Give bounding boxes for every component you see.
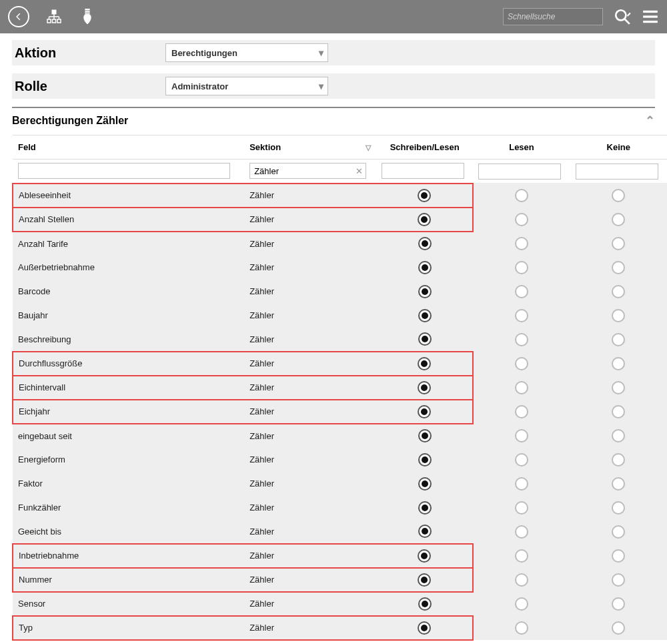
- table-row[interactable]: NummerZähler: [13, 568, 667, 592]
- table-row[interactable]: BaujahrZähler: [13, 304, 667, 328]
- radio-keine[interactable]: [612, 429, 625, 442]
- clear-filter-icon[interactable]: ✕: [356, 166, 363, 176]
- table-row[interactable]: BeschreibungZähler: [13, 328, 667, 352]
- collapse-icon[interactable]: ⌃: [645, 113, 655, 128]
- table-row[interactable]: TypZähler: [13, 616, 667, 640]
- radio-schreiben-lesen[interactable]: [418, 381, 431, 394]
- filter-sektion-input[interactable]: [249, 163, 366, 179]
- table-row[interactable]: InbetriebnahmeZähler: [13, 544, 667, 568]
- menu-icon[interactable]: [642, 8, 659, 25]
- radio-keine[interactable]: [612, 477, 625, 491]
- radio-lesen[interactable]: [515, 261, 528, 274]
- radio-schreiben-lesen[interactable]: [418, 261, 432, 274]
- radio-schreiben-lesen[interactable]: [418, 573, 431, 587]
- header-keine[interactable]: Keine: [570, 135, 667, 159]
- network-icon[interactable]: [45, 8, 63, 25]
- filter-r-input[interactable]: [478, 164, 561, 180]
- radio-lesen[interactable]: [515, 597, 528, 611]
- radio-keine[interactable]: [612, 213, 625, 226]
- aktion-select[interactable]: Berechtigungen ▾: [165, 43, 328, 62]
- radio-schreiben-lesen[interactable]: [418, 621, 431, 635]
- radio-schreiben-lesen[interactable]: [418, 525, 432, 538]
- table-row[interactable]: BarcodeZähler: [13, 280, 667, 304]
- table-row[interactable]: FunkzählerZähler: [13, 496, 667, 520]
- cell-sektion: Zähler: [244, 400, 376, 424]
- radio-schreiben-lesen[interactable]: [418, 549, 431, 563]
- radio-lesen[interactable]: [515, 405, 528, 418]
- radio-keine[interactable]: [612, 525, 625, 539]
- table-row[interactable]: AbleseeinheitZähler: [13, 184, 667, 208]
- find-icon[interactable]: [614, 8, 631, 25]
- table-row[interactable]: FaktorZähler: [13, 472, 667, 496]
- table-row[interactable]: Anzahl TarifeZähler: [13, 232, 667, 256]
- radio-keine[interactable]: [612, 261, 625, 274]
- radio-lesen[interactable]: [515, 621, 528, 635]
- filter-rw-input[interactable]: [382, 163, 464, 179]
- radio-keine[interactable]: [612, 621, 625, 635]
- radio-schreiben-lesen[interactable]: [418, 285, 432, 298]
- radio-keine[interactable]: [612, 237, 625, 250]
- radio-keine[interactable]: [612, 453, 625, 466]
- radio-keine[interactable]: [612, 381, 625, 394]
- table-row[interactable]: SensorZähler: [13, 592, 667, 616]
- radio-schreiben-lesen[interactable]: [418, 429, 432, 442]
- table-row[interactable]: EnergieformZähler: [13, 448, 667, 472]
- radio-lesen[interactable]: [515, 357, 528, 370]
- header-feld[interactable]: Feld: [13, 135, 244, 159]
- radio-lesen[interactable]: [515, 453, 528, 466]
- radio-schreiben-lesen[interactable]: [418, 213, 431, 226]
- radio-lesen[interactable]: [515, 549, 528, 563]
- radio-schreiben-lesen[interactable]: [418, 309, 432, 322]
- radio-lesen[interactable]: [515, 213, 528, 226]
- radio-keine[interactable]: [612, 549, 625, 563]
- cell-lesen: [473, 256, 570, 280]
- radio-schreiben-lesen[interactable]: [418, 501, 432, 515]
- radio-lesen[interactable]: [515, 573, 528, 587]
- radio-keine[interactable]: [612, 285, 625, 298]
- radio-lesen[interactable]: [515, 477, 528, 491]
- back-button[interactable]: [8, 6, 29, 27]
- radio-schreiben-lesen[interactable]: [418, 405, 431, 418]
- radio-lesen[interactable]: [515, 237, 528, 250]
- filter-feld-input[interactable]: [18, 163, 230, 179]
- radio-keine[interactable]: [612, 309, 625, 322]
- table-row[interactable]: DurchflussgrößeZähler: [13, 352, 667, 376]
- header-sektion[interactable]: Sektion ▽: [244, 135, 376, 159]
- radio-keine[interactable]: [612, 357, 625, 370]
- cell-sektion: Zähler: [244, 448, 376, 472]
- radio-schreiben-lesen[interactable]: [418, 357, 431, 370]
- radio-schreiben-lesen[interactable]: [418, 477, 432, 491]
- table-row[interactable]: EichjahrZähler: [13, 400, 667, 424]
- radio-schreiben-lesen[interactable]: [418, 597, 432, 611]
- radio-keine[interactable]: [612, 189, 625, 202]
- table-row[interactable]: EichintervallZähler: [13, 376, 667, 400]
- radio-lesen[interactable]: [515, 285, 528, 298]
- filter-none-input[interactable]: [576, 164, 658, 180]
- radio-lesen[interactable]: [515, 501, 528, 515]
- radio-schreiben-lesen[interactable]: [418, 453, 432, 466]
- radio-schreiben-lesen[interactable]: [418, 189, 431, 202]
- radio-schreiben-lesen[interactable]: [418, 237, 432, 250]
- radio-lesen[interactable]: [515, 333, 528, 346]
- table-row[interactable]: AußerbetriebnahmeZähler: [13, 256, 667, 280]
- table-row[interactable]: Anzahl StellenZähler: [13, 208, 667, 232]
- quicksearch[interactable]: [503, 8, 603, 25]
- radio-keine[interactable]: [612, 501, 625, 515]
- radio-keine[interactable]: [612, 333, 625, 346]
- radio-keine[interactable]: [612, 573, 625, 587]
- radio-keine[interactable]: [612, 405, 625, 418]
- header-schreiben-lesen[interactable]: Schreiben/Lesen: [376, 135, 473, 159]
- radio-keine[interactable]: [612, 597, 625, 611]
- radio-lesen[interactable]: [515, 525, 528, 539]
- quicksearch-input[interactable]: [508, 12, 608, 21]
- radio-lesen[interactable]: [515, 189, 528, 202]
- rolle-select[interactable]: Administrator ▾: [165, 77, 328, 95]
- header-lesen[interactable]: Lesen: [473, 135, 570, 159]
- radio-schreiben-lesen[interactable]: [418, 332, 432, 346]
- table-row[interactable]: eingebaut seitZähler: [13, 424, 667, 448]
- table-row[interactable]: Geeicht bisZähler: [13, 520, 667, 544]
- radio-lesen[interactable]: [515, 429, 528, 442]
- radio-lesen[interactable]: [515, 309, 528, 322]
- radio-lesen[interactable]: [515, 381, 528, 394]
- bulb-icon[interactable]: [79, 8, 96, 25]
